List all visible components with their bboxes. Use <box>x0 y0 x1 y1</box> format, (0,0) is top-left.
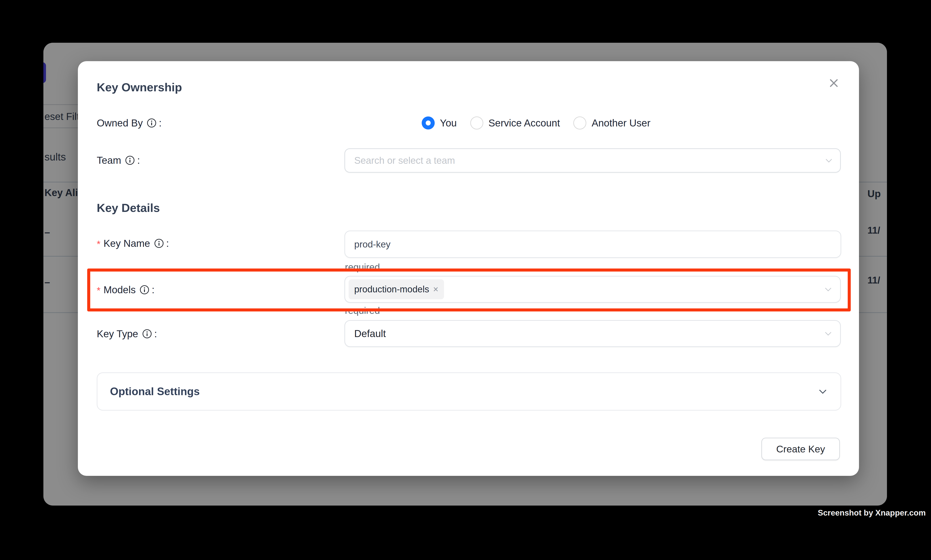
key-type-select[interactable]: Default <box>345 320 841 347</box>
owned-by-option-service-account[interactable]: Service Account <box>470 117 560 129</box>
info-icon[interactable] <box>140 285 149 295</box>
owned-by-option-you[interactable]: You <box>422 117 457 129</box>
key-name-field-wrap <box>345 231 841 258</box>
optional-settings-title: Optional Settings <box>110 386 200 397</box>
chevron-down-icon <box>817 386 828 397</box>
chevron-down-icon <box>824 156 833 165</box>
radio-selected-icon <box>422 117 435 129</box>
team-label: Team : <box>97 154 140 167</box>
info-icon[interactable] <box>142 329 152 339</box>
create-key-button[interactable]: Create Key <box>762 438 840 460</box>
team-select[interactable] <box>345 148 841 172</box>
colon: : <box>152 285 154 295</box>
colon: : <box>154 329 157 339</box>
models-label: * Models : <box>97 283 154 296</box>
key-name-validation-text: required <box>345 262 380 272</box>
close-button[interactable] <box>825 74 843 92</box>
key-name-input[interactable] <box>345 231 841 258</box>
models-selected-tag: production-models × <box>349 279 444 299</box>
required-asterisk: * <box>97 286 100 295</box>
colon: : <box>159 118 162 128</box>
create-key-modal: Key Ownership Owned By : You Service Acc… <box>78 61 859 476</box>
models-select[interactable]: production-models × <box>345 276 841 303</box>
colon: : <box>137 155 140 165</box>
colon: : <box>166 238 169 248</box>
owned-by-option-another-user[interactable]: Another User <box>573 117 650 129</box>
team-search-input[interactable] <box>345 148 841 172</box>
modal-title-key-ownership: Key Ownership <box>97 82 182 93</box>
key-type-value: Default <box>354 329 386 338</box>
models-validation-text: required <box>345 306 380 315</box>
info-icon[interactable] <box>154 238 164 248</box>
owned-by-radio-group: You Service Account Another User <box>422 117 650 129</box>
radio-unselected-icon <box>573 117 586 129</box>
key-name-label: * Key Name : <box>97 237 169 250</box>
key-type-label: Key Type : <box>97 327 157 340</box>
radio-unselected-icon <box>470 117 483 129</box>
info-icon[interactable] <box>147 118 157 128</box>
section-title-key-details: Key Details <box>97 202 160 214</box>
watermark-text: Screenshot by Xnapper.com <box>818 509 926 517</box>
screenshot-stage: eset Filt sults Key Alia Up – 11/ – 11/ … <box>0 0 931 560</box>
optional-settings-panel[interactable]: Optional Settings <box>97 372 841 411</box>
tag-remove-icon[interactable]: × <box>433 285 439 294</box>
owned-by-label: Owned By : <box>97 117 162 129</box>
close-icon <box>828 77 839 89</box>
required-asterisk: * <box>97 240 100 249</box>
chevron-down-icon <box>823 285 833 294</box>
tag-label: production-models <box>354 285 429 294</box>
chevron-down-icon <box>823 329 833 338</box>
info-icon[interactable] <box>125 155 135 165</box>
